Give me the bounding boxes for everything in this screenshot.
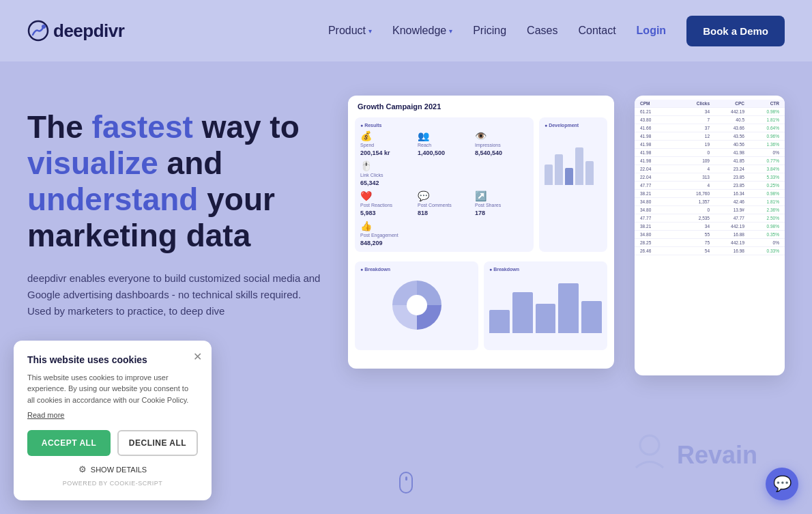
table-row: 22.0431323.855.33% — [635, 173, 785, 182]
headline-visualize: visualize — [27, 145, 158, 181]
dashboard-mockup: Growth Campaign 2021 ● Results 💰 Spend 2… — [348, 96, 785, 382]
cookie-read-more-link[interactable]: Read more — [27, 411, 198, 419]
results-section: ● Results 💰 Spend 200,154 kr 👥 Reach 1,4… — [348, 115, 614, 255]
nav-pricing[interactable]: Pricing — [473, 25, 506, 37]
svg-point-1 — [42, 25, 46, 29]
show-details-row[interactable]: ⚙ SHOW DETAILS — [27, 464, 198, 474]
table-row: 38.2116,76016.340.98% — [635, 190, 785, 198]
metric-impressions: 👁️ Impressions 8,540,540 — [475, 130, 528, 156]
hero-section: The fastest way to visualize and underst… — [0, 61, 812, 382]
navbar: deepdivr Product ▾ Knowledge ▾ Pricing C… — [0, 0, 812, 61]
table-row: 61.2134442.190.98% — [635, 108, 785, 116]
scroll-indicator — [399, 472, 413, 494]
pie-chart-container — [360, 274, 473, 336]
cookie-buttons: ACCEPT ALL DECLINE ALL — [27, 430, 198, 456]
svg-point-4 — [640, 436, 659, 455]
mouse-dot — [405, 476, 407, 481]
development-label: ● Development — [545, 123, 602, 130]
metric-engagement: 👍 Post Engagement 848,209 — [360, 220, 528, 246]
nav-cases[interactable]: Cases — [527, 25, 557, 37]
bar-5 — [581, 301, 602, 333]
table-row: 47.772,53547.772.50% — [635, 214, 785, 223]
show-details-label: SHOW DETAILS — [91, 466, 147, 474]
metric-shares: ↗️ Post Shares 178 — [475, 190, 528, 216]
metric-comments: 💬 Post Comments 818 — [418, 190, 471, 216]
table-row: 38.2134442.190.98% — [635, 223, 785, 231]
bar-2 — [512, 292, 533, 333]
metric-reach: 👥 Reach 1,400,500 — [418, 130, 471, 156]
revain-icon — [629, 430, 670, 480]
bar-3 — [536, 304, 556, 333]
bar-1 — [489, 310, 510, 333]
table-row: 26.465416.980.33% — [635, 247, 785, 255]
metrics-grid: 💰 Spend 200,154 kr 👥 Reach 1,400,500 👁️ … — [360, 130, 528, 186]
bar-chart — [489, 274, 602, 336]
metric-reactions: ❤️ Post Reactions 5,983 — [360, 190, 414, 216]
headline-part1: The — [27, 109, 92, 145]
cookie-powered-by: POWERED BY COOKIE-SCRIPT — [27, 480, 198, 487]
bar-4 — [558, 283, 579, 333]
table-row: 22.04423.243.84% — [635, 165, 785, 173]
logo-icon — [27, 20, 49, 42]
mouse-icon — [399, 472, 413, 494]
hero-description: deepdivr enables everyone to build custo… — [27, 270, 321, 319]
table-header: CPM Clicks CPC CTR — [635, 100, 785, 108]
table-row: 41.98041.980% — [635, 149, 785, 157]
dashboard-title: Growth Campaign 2021 — [348, 96, 614, 115]
headline-fastest: fastest — [92, 109, 193, 145]
dashboard-table: CPM Clicks CPC CTR 61.2134442.190.98% 43… — [635, 96, 785, 375]
cookie-description: This website uses cookies to improve use… — [27, 372, 198, 406]
table-row: 34.801,35742.461.81% — [635, 198, 785, 206]
decline-all-button[interactable]: DECLINE ALL — [117, 430, 198, 456]
table-row: 41.663743.660.64% — [635, 124, 785, 132]
nav-contact[interactable]: Contact — [578, 25, 615, 37]
breakdown-label-1: ● Breakdown — [360, 267, 473, 274]
revain-branding: Revain — [629, 430, 757, 480]
cookie-banner: ✕ This website uses cookies This website… — [14, 341, 212, 501]
brand-logo[interactable]: deepdivr — [27, 20, 124, 42]
cookie-title: This website uses cookies — [27, 354, 198, 365]
product-chevron-icon: ▾ — [368, 27, 372, 35]
nav-links: Product ▾ Knowledge ▾ Pricing Cases Cont… — [328, 16, 785, 46]
chat-bubble-button[interactable]: 💬 — [766, 468, 798, 500]
dashboard-main-card: Growth Campaign 2021 ● Results 💰 Spend 2… — [348, 96, 614, 369]
results-card: ● Results 💰 Spend 200,154 kr 👥 Reach 1,4… — [355, 117, 534, 252]
pie-breakdown-card: ● Breakdown — [355, 261, 478, 350]
book-demo-button[interactable]: Book a Demo — [686, 16, 785, 46]
nav-product[interactable]: Product ▾ — [328, 25, 372, 37]
headline-understand: understand — [27, 182, 198, 217]
development-card: ● Development — [539, 117, 607, 252]
svg-point-3 — [407, 295, 427, 315]
pie-chart — [390, 278, 444, 332]
results-label: ● Results — [360, 123, 528, 130]
brand-name: deepdivr — [53, 20, 124, 42]
hero-text: The fastest way to visualize and underst… — [27, 96, 321, 319]
headline-part3: and — [158, 145, 223, 181]
revain-text: Revain — [677, 441, 757, 470]
breakdown-section: ● Breakdown ● Breakdown — [348, 259, 614, 353]
table-row: 41.9810941.850.77% — [635, 157, 785, 165]
table-row: 41.981243.560.96% — [635, 132, 785, 141]
table-row: 34.805516.880.35% — [635, 231, 785, 239]
nav-login[interactable]: Login — [637, 25, 667, 37]
metric-link-clicks: 🖱️ Link Clicks 65,342 — [360, 160, 528, 186]
bar-breakdown-card: ● Breakdown — [484, 261, 607, 350]
chat-icon: 💬 — [773, 475, 792, 493]
table-row: 34.80013.9#2.36% — [635, 206, 785, 214]
table-row: 41.981940.561.36% — [635, 141, 785, 149]
hero-headline: The fastest way to visualize and underst… — [27, 109, 321, 254]
headline-part2: way to — [193, 109, 300, 145]
breakdown-label-2: ● Breakdown — [489, 267, 602, 274]
cookie-close-button[interactable]: ✕ — [193, 350, 202, 363]
development-chart — [545, 137, 602, 185]
table-row: 28.2575442.190% — [635, 239, 785, 247]
table-row: 47.77423.850.25% — [635, 182, 785, 190]
accept-all-button[interactable]: ACCEPT ALL — [27, 430, 111, 456]
metrics-grid-2: ❤️ Post Reactions 5,983 💬 Post Comments … — [360, 190, 528, 246]
nav-knowledge[interactable]: Knowledge ▾ — [392, 25, 452, 37]
metric-spend: 💰 Spend 200,154 kr — [360, 130, 414, 156]
table-row: 43.80740.51.81% — [635, 116, 785, 124]
knowledge-chevron-icon: ▾ — [449, 27, 452, 35]
gear-icon: ⚙ — [78, 464, 87, 474]
